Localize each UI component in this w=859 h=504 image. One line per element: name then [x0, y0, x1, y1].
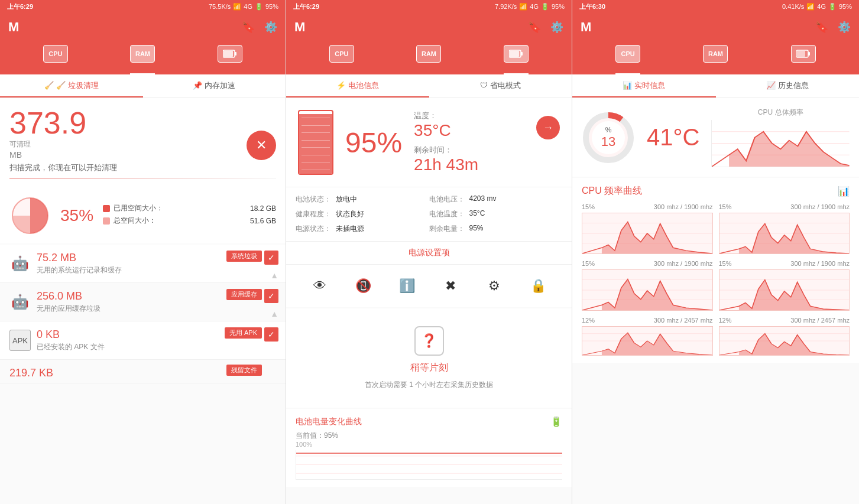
status-bar-3: 上午6:30 0.41K/s 📶 4G 🔋 95% [572, 0, 859, 13]
chart-current: 当前值：95% [296, 431, 562, 441]
val-1b: 35°C [469, 209, 485, 219]
tab-ram-1[interactable]: RAM [130, 45, 155, 74]
info-row-1b: 电池温度： 35°C [429, 209, 563, 219]
tab-bar-1: CPU RAM [0, 41, 286, 74]
logo-3: M [581, 19, 591, 35]
ram-icon-1: RAM [130, 45, 155, 63]
remain-val: 21h 43m [414, 155, 524, 174]
tab-cpu-2[interactable]: CPU [329, 45, 354, 74]
battery-info-grid: 电池状态： 放电中 电池电压： 4203 mv 健康程度： 状态良好 电池温度：… [286, 187, 572, 241]
ram-icon-2: RAM [416, 45, 441, 63]
tab-cpu-1[interactable]: CPU [43, 45, 68, 74]
core-item-0: 15% 300 mhz / 1900 mhz [582, 203, 713, 254]
broom-icon-1: 🧹 [44, 81, 54, 90]
content-area-3: % 13 41°C CPU 总体频率 [572, 98, 859, 504]
network-1: 4G [244, 3, 252, 10]
subtab-history-label: 历史信息 [778, 80, 809, 91]
tab-battery-2[interactable] [504, 45, 529, 74]
tab-bar-2: CPU RAM [286, 41, 572, 74]
subtab-mem-1[interactable]: 📌 内存加速 [143, 74, 286, 97]
speed-1: 75.5K/s [209, 3, 231, 10]
subtab-battery-2[interactable]: ⚡ 电池信息 [286, 74, 429, 97]
arrow-button[interactable]: → [536, 116, 560, 139]
temp-val: 35°C [414, 121, 524, 140]
cpu-freq-chart [711, 120, 850, 167]
core-chart-3 [719, 269, 850, 311]
loading-section: ❓ 稍等片刻 首次启动需要 1 个小时左右采集历史数据 [286, 308, 572, 408]
app-bar-3: M 🔖 ⚙️ [572, 13, 859, 41]
junk-arrow-1: ▲ [270, 309, 278, 318]
main-size-section: 373.9 可清理 MB ✕ 扫描完成，你现在可以开始清理 [0, 98, 286, 190]
bookmark-icon-3[interactable]: 🔖 [815, 21, 828, 34]
svg-rect-1 [235, 52, 236, 56]
sub-tabs-3: 📊 实时信息 📈 历史信息 [572, 74, 859, 98]
power-settings-link[interactable]: 电源设置项 [286, 241, 572, 265]
subtab-clean-1[interactable]: 🧹 🧹 垃圾清理 [0, 74, 143, 97]
battery-val-1: 95% [265, 3, 278, 10]
lock-icon[interactable]: 🔒 [526, 274, 550, 298]
core-pct-1: 15% [719, 203, 732, 210]
clean-button[interactable]: ✕ [247, 131, 276, 160]
junk-item-2: APK 0 KB 已经安装的 APK 文件 无用 APK ✓ [0, 321, 286, 360]
panel-2: 上午6:29 7.92K/s 📶 4G 🔋 95% M 🔖 ⚙️ CPU RAM [286, 0, 572, 504]
bluetooth-off-icon[interactable]: ✖ [439, 274, 462, 298]
subtab-history-3[interactable]: 📈 历史信息 [716, 74, 860, 97]
bookmark-icon-2[interactable]: 🔖 [528, 21, 541, 34]
cores-grid-2: 12% 300 mhz / 2457 mhz [582, 317, 850, 356]
status-right-2: 7.92K/s 📶 4G 🔋 95% [495, 3, 565, 11]
core-item-4: 12% 300 mhz / 2457 mhz [582, 317, 713, 356]
battery-val-2: 95% [552, 3, 565, 10]
question-icon: ❓ [414, 326, 444, 356]
junk-check-2[interactable]: ✓ [264, 327, 278, 342]
total-label: 总空间大小： [114, 216, 156, 226]
app-icons-1: 🔖 ⚙️ [242, 21, 277, 34]
battery-tab-icon-2 [504, 45, 529, 63]
core-freq-5: 300 mhz / 2457 mhz [790, 317, 850, 324]
speed-3: 0.41K/s [782, 3, 804, 10]
tab-ram-2[interactable]: RAM [416, 45, 441, 74]
realtime-icon: 📊 [623, 81, 632, 90]
junk-check-1[interactable]: ✓ [264, 289, 278, 303]
curve-title: CPU 频率曲线 [582, 185, 642, 197]
cpu-temp: 41°C [647, 124, 699, 151]
tab-ram-3[interactable]: RAM [703, 45, 728, 74]
pie-chart-1 [9, 195, 51, 236]
junk-tag-3: 残留文件 [226, 365, 262, 376]
tab-battery-1[interactable] [218, 45, 242, 74]
temp-label: 温度： [414, 110, 524, 121]
storage-section: 35% 已用空间大小： 18.2 GB 总空间大小： 51.6 GB [0, 190, 286, 243]
subtab-realtime-3[interactable]: 📊 实时信息 [572, 74, 716, 97]
junk-desc-1: 无用的应用缓存垃圾 [37, 304, 276, 314]
tab-battery-3[interactable] [791, 45, 816, 74]
scan-done-text: 扫描完成，你现在可以开始清理 [9, 162, 276, 178]
subtab-save-2[interactable]: 🛡 省电模式 [429, 74, 572, 97]
used-label: 已用空间大小： [114, 203, 163, 213]
settings-icon-2[interactable]: ⚙️ [550, 21, 563, 34]
bookmark-icon-1[interactable]: 🔖 [242, 21, 255, 34]
junk-item-1: 🤖 256.0 MB 无用的应用缓存垃圾 应用缓存 ✓ ▲ [0, 283, 286, 321]
svg-marker-36 [719, 280, 850, 310]
time-3: 上午6:30 [579, 2, 605, 11]
junk-check-0[interactable]: ✓ [264, 251, 278, 265]
cpu-icon-3: CPU [615, 45, 640, 63]
settings-icon-3[interactable]: ⚙️ [838, 21, 851, 34]
power-icons-row: 👁 📵 ℹ️ ✖ ⚙ 🔒 [286, 265, 572, 307]
junk-arrow-0: ▲ [270, 271, 278, 280]
info-icon[interactable]: ℹ️ [396, 274, 419, 298]
eye-icon[interactable]: 👁 [308, 274, 332, 298]
settings-icon-1[interactable]: ⚙️ [264, 21, 277, 34]
signal-icon-2: 📶 [519, 3, 527, 11]
battery-pct-display: 95% [345, 126, 402, 159]
cpu-donut-chart: % 13 [582, 111, 635, 164]
tab-cpu-3[interactable]: CPU [615, 45, 640, 74]
core-chart-0 [582, 213, 713, 254]
svg-marker-24 [582, 222, 712, 253]
total-dot [103, 217, 110, 225]
wifi-off-icon[interactable]: 📵 [352, 274, 375, 298]
junk-desc-2: 已经安装的 APK 文件 [37, 342, 276, 352]
label-2b: 剩余电量： [429, 224, 465, 234]
label-2a: 电源状态： [296, 224, 331, 234]
svg-marker-39 [582, 333, 712, 355]
brightness-icon[interactable]: ⚙ [482, 274, 506, 298]
total-val: 51.6 GB [250, 217, 276, 225]
